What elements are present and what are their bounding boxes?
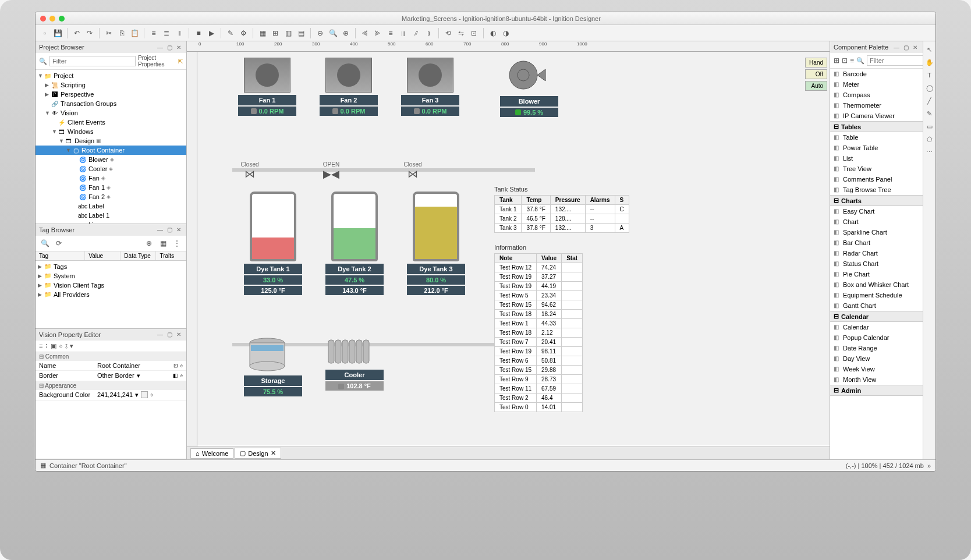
- rect-icon[interactable]: ▭: [925, 122, 934, 131]
- palette-item[interactable]: Popup Calendar: [830, 332, 923, 343]
- project-properties-link[interactable]: Project Properties: [138, 55, 176, 68]
- panel-close-icon[interactable]: ✕: [175, 331, 183, 339]
- dropdown-icon[interactable]: ▾: [135, 391, 139, 399]
- view3-icon[interactable]: ≡: [850, 55, 854, 66]
- panel-minimize-icon[interactable]: —: [892, 43, 901, 51]
- fan-component[interactable]: Fan 10.0 RPM: [238, 58, 296, 116]
- filter-icon[interactable]: ⫶: [45, 342, 48, 350]
- align-bot-icon[interactable]: ⫾: [423, 27, 435, 39]
- shape-icon[interactable]: ◯: [925, 83, 934, 93]
- project-filter-input[interactable]: [49, 56, 136, 66]
- tab-design[interactable]: ▢Design✕: [235, 448, 281, 459]
- tool-icon[interactable]: ✎: [225, 27, 236, 39]
- valve-component[interactable]: OPEN▶◀: [314, 161, 349, 180]
- tank-status-table[interactable]: Tank Status TankTempPressureAlarmsSTank …: [494, 186, 629, 233]
- palette-item[interactable]: Box and Whisker Chart: [830, 279, 923, 290]
- panel-close-icon[interactable]: ✕: [175, 43, 183, 51]
- copy-icon[interactable]: ⎘: [116, 27, 127, 39]
- tank-component[interactable]: Dye Tank 133.0 %125.0 °F: [244, 192, 302, 295]
- palette-section[interactable]: ⊟ Calendar: [830, 311, 923, 322]
- close-window-button[interactable]: [40, 16, 46, 22]
- panel-restore-icon[interactable]: ▢: [902, 43, 910, 51]
- palette-item[interactable]: Tag Browse Tree: [830, 185, 923, 195]
- palette-item[interactable]: Status Chart: [830, 258, 923, 269]
- sort-icon[interactable]: ≡: [39, 342, 42, 350]
- paste-icon[interactable]: 📋: [129, 27, 140, 39]
- palette-item[interactable]: Day View: [830, 353, 923, 364]
- palette-item[interactable]: Date Range: [830, 343, 923, 353]
- collapse-icon[interactable]: ⊟: [834, 123, 839, 130]
- palette-item[interactable]: Easy Chart: [830, 206, 923, 217]
- new-icon[interactable]: ▫: [39, 27, 51, 39]
- external-link-icon[interactable]: ⇱: [178, 58, 183, 65]
- more-icon[interactable]: ⋯: [925, 147, 934, 157]
- collapse-icon[interactable]: ⊟: [39, 382, 44, 389]
- palette-item[interactable]: Meter: [830, 79, 923, 90]
- pen-icon[interactable]: ✎: [925, 109, 934, 118]
- view-icon[interactable]: ⊞: [834, 55, 839, 66]
- palette-item[interactable]: Thermometer: [830, 100, 923, 111]
- cooler-component[interactable]: Cooler 102.8 °F: [325, 337, 384, 391]
- palette-item[interactable]: Bar Chart: [830, 238, 923, 248]
- close-tab-icon[interactable]: ✕: [271, 449, 276, 457]
- palette-section[interactable]: ⊟ Charts: [830, 195, 923, 206]
- undo-icon[interactable]: ↶: [71, 27, 83, 39]
- add-icon[interactable]: ⊕: [143, 238, 155, 249]
- align-top-icon[interactable]: ⫼: [398, 27, 409, 39]
- align-mid-icon[interactable]: ⫽: [410, 27, 422, 39]
- palette-item[interactable]: Power Table: [830, 143, 923, 153]
- tree-node[interactable]: →Line: [36, 220, 186, 224]
- palette-item[interactable]: Comments Panel: [830, 174, 923, 185]
- align-right-icon[interactable]: ≡: [385, 27, 396, 39]
- tab-welcome[interactable]: ⌂Welcome: [190, 448, 233, 459]
- grid-icon[interactable]: ▦: [257, 27, 268, 39]
- panel-restore-icon[interactable]: ▢: [165, 331, 173, 339]
- panel-close-icon[interactable]: ✕: [175, 226, 183, 234]
- tree-node[interactable]: abcLabel: [36, 201, 186, 211]
- palette-item[interactable]: Table: [830, 132, 923, 143]
- bind-icon[interactable]: ⟐: [150, 392, 153, 398]
- palette-item[interactable]: Radar Chart: [830, 248, 923, 258]
- zoom-out-icon[interactable]: ⊖: [314, 27, 326, 39]
- misc-icon[interactable]: ◐: [487, 27, 499, 39]
- gear-icon[interactable]: ⚙: [238, 27, 249, 39]
- tree-node[interactable]: ▼🗔Design▣: [36, 136, 186, 146]
- information-table[interactable]: Information NoteValueStatTest Row 1274.2…: [494, 244, 583, 412]
- menu-icon[interactable]: ⋮: [171, 238, 183, 249]
- off-button[interactable]: Off: [805, 69, 827, 79]
- palette-item[interactable]: Equipment Schedule: [830, 290, 923, 300]
- fan-component[interactable]: Fan 30.0 RPM: [401, 58, 459, 116]
- bind-icon[interactable]: ◧ ⟐: [173, 373, 183, 378]
- project-tree[interactable]: ▼📁Project▶📜Scripting▶🅿Perspective🔗Transa…: [36, 70, 186, 224]
- palette-item[interactable]: Gantt Chart: [830, 300, 923, 311]
- palette-item[interactable]: Tree View: [830, 164, 923, 174]
- flip-icon[interactable]: ⇋: [455, 27, 467, 39]
- tree-node[interactable]: 🌀Blower◈: [36, 155, 186, 164]
- more-icon[interactable]: ▾: [70, 342, 73, 350]
- property-row[interactable]: Background Color 241,241,241▾⟐: [36, 390, 186, 400]
- auto-button[interactable]: Auto: [805, 81, 827, 91]
- maximize-window-button[interactable]: [59, 16, 65, 22]
- rotate-icon[interactable]: ⟲: [442, 27, 454, 39]
- component-palette[interactable]: BarcodeMeterCompassThermometerIP Camera …: [830, 69, 923, 459]
- panel-minimize-icon[interactable]: —: [156, 226, 164, 234]
- line-icon[interactable]: ╱: [925, 96, 934, 105]
- poly-icon[interactable]: ⬠: [925, 134, 934, 144]
- redo-icon[interactable]: ↷: [84, 27, 95, 39]
- tree-node[interactable]: ▶🅿Perspective: [36, 90, 186, 99]
- tag-folder[interactable]: ▶📁All Providers: [36, 290, 186, 299]
- link-icon[interactable]: ⟐: [59, 342, 63, 350]
- tag-tree[interactable]: ▶📁Tags▶📁System▶📁Vision Client Tags▶📁All …: [36, 261, 186, 328]
- palette-item[interactable]: Chart: [830, 217, 923, 227]
- search-icon[interactable]: 🔍: [39, 238, 51, 249]
- dropdown-icon[interactable]: ▾: [137, 372, 140, 380]
- palette-item[interactable]: Compass: [830, 90, 923, 100]
- align-icon[interactable]: ≡: [148, 27, 160, 39]
- collapse-icon[interactable]: ⊟: [39, 353, 44, 360]
- palette-section[interactable]: ⊟ Tables: [830, 121, 923, 132]
- zoom-icon[interactable]: 🔍: [327, 27, 339, 39]
- property-row[interactable]: Name Root Container⊡ ⟐: [36, 361, 186, 371]
- tree-node[interactable]: 🌀Cooler◈: [36, 164, 186, 173]
- pointer-icon[interactable]: ↖: [925, 45, 934, 54]
- overflow-icon[interactable]: »: [927, 462, 931, 469]
